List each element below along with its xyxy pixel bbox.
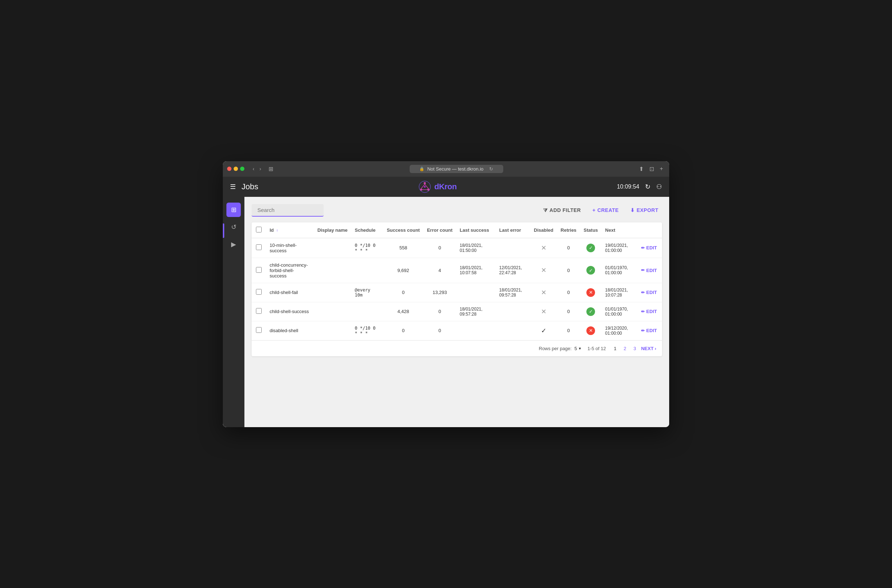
- job-status: ✕: [580, 283, 602, 302]
- row-1-checkbox[interactable]: [256, 267, 262, 273]
- refresh-button[interactable]: ↻: [645, 183, 650, 191]
- page-1-button[interactable]: 1: [611, 345, 619, 352]
- edit-button-child-concurrency-forbid-shell-success[interactable]: ✏EDIT: [640, 267, 658, 274]
- col-error-count[interactable]: Error count: [423, 222, 456, 238]
- page-2-button[interactable]: 2: [622, 345, 629, 352]
- forward-button[interactable]: ›: [258, 165, 263, 172]
- col-success-count[interactable]: Success count: [383, 222, 423, 238]
- jobs-table-container: Id ↑ Display name Schedule Success count: [252, 222, 662, 356]
- col-actions: [636, 222, 662, 238]
- next-chevron-icon: ›: [655, 346, 656, 351]
- job-last-success: 18/01/2021, 10:07:58: [456, 258, 496, 283]
- job-last-error: [496, 321, 530, 340]
- job-edit-cell: ✏EDIT: [636, 238, 662, 258]
- row-checkbox-cell: [252, 283, 266, 302]
- new-tab-button[interactable]: +: [658, 165, 665, 173]
- row-4-checkbox[interactable]: [256, 327, 262, 333]
- search-input[interactable]: [252, 204, 324, 217]
- main-content: ⧩ ADD FILTER + CREATE ⬇ EXPORT: [245, 197, 669, 427]
- select-all-checkbox[interactable]: [256, 227, 262, 232]
- job-last-error: 12/01/2021, 22:47:28: [496, 258, 530, 283]
- x-icon: ✕: [541, 289, 547, 296]
- job-retries: 0: [557, 302, 580, 321]
- col-disabled[interactable]: Disabled: [530, 222, 557, 238]
- job-retries: 0: [557, 283, 580, 302]
- table-row: child-concurrency-forbid-shell-success9,…: [252, 258, 662, 283]
- browser-navigation: ‹ ›: [251, 165, 263, 172]
- hamburger-button[interactable]: ☰: [230, 183, 236, 191]
- minimize-button[interactable]: [234, 166, 238, 171]
- job-disabled: ✓: [530, 321, 557, 340]
- pagination: Rows per page: 5 ▼ 1-5 of 12 1 2 3 NEXT: [252, 340, 662, 356]
- col-retries[interactable]: Retries: [557, 222, 580, 238]
- share-button[interactable]: ⬆: [637, 165, 646, 173]
- job-schedule: [351, 258, 383, 283]
- table-row: 10-min-shell-success0 */10 0 * * *558018…: [252, 238, 662, 258]
- job-schedule: @every 10m: [351, 283, 383, 302]
- job-last-error: [496, 302, 530, 321]
- sidebar-toggle-button[interactable]: ⊞: [266, 165, 275, 173]
- edit-button-disabled-shell[interactable]: ✏EDIT: [640, 327, 658, 334]
- sort-arrow-icon: ↑: [276, 228, 278, 232]
- url-text: Not Secure — test.dkron.io: [427, 166, 484, 172]
- next-page-button[interactable]: NEXT ›: [641, 346, 656, 351]
- job-display-name: [314, 238, 351, 258]
- col-id[interactable]: Id ↑: [266, 222, 314, 238]
- pencil-icon: ✏: [641, 290, 645, 295]
- table-header-row: Id ↑ Display name Schedule Success count: [252, 222, 662, 238]
- job-id: disabled-shell: [266, 321, 314, 340]
- url-display[interactable]: 🔒 Not Secure — test.dkron.io ↻: [410, 165, 503, 173]
- job-status: ✓: [580, 302, 602, 321]
- add-filter-button[interactable]: ⧩ ADD FILTER: [540, 205, 584, 216]
- job-last-success: 18/01/2021, 01:50:00: [456, 238, 496, 258]
- sidebar-item-dashboard[interactable]: ⊞: [227, 202, 241, 217]
- rows-per-page-label: Rows per page:: [539, 346, 572, 351]
- job-edit-cell: ✏EDIT: [636, 321, 662, 340]
- col-last-error[interactable]: Last error: [496, 222, 530, 238]
- app-body: ⊞ ↺ ▶ ⧩ ADD FILTER + CREATE: [223, 197, 669, 427]
- job-last-success: [456, 283, 496, 302]
- job-next: 01/01/1970, 01:00:00: [602, 258, 636, 283]
- job-error-count: 0: [423, 321, 456, 340]
- row-0-checkbox[interactable]: [256, 244, 262, 250]
- col-last-success[interactable]: Last success: [456, 222, 496, 238]
- download-icon: ⬇: [630, 207, 635, 213]
- page-info: 1-5 of 12: [587, 346, 606, 351]
- col-display-name[interactable]: Display name: [314, 222, 351, 238]
- create-label: CREATE: [597, 207, 619, 213]
- sidebar-item-executions[interactable]: ▶: [227, 237, 241, 252]
- back-button[interactable]: ‹: [251, 165, 256, 172]
- job-success-count: 558: [383, 238, 423, 258]
- job-last-success: [456, 321, 496, 340]
- history-icon: ↺: [231, 223, 236, 231]
- edit-button-child-shell-success[interactable]: ✏EDIT: [640, 308, 658, 315]
- job-id: child-concurrency-forbid-shell-success: [266, 258, 314, 283]
- close-button[interactable]: [227, 166, 231, 171]
- col-status[interactable]: Status: [580, 222, 602, 238]
- col-schedule[interactable]: Schedule: [351, 222, 383, 238]
- create-button[interactable]: + CREATE: [589, 205, 622, 215]
- table-row: child-shell-success4,428018/01/2021, 09:…: [252, 302, 662, 321]
- col-next[interactable]: Next: [602, 222, 636, 238]
- edit-button-10-min-shell-success[interactable]: ✏EDIT: [640, 244, 658, 251]
- new-window-button[interactable]: ⊡: [647, 165, 656, 173]
- job-display-name: [314, 258, 351, 283]
- maximize-button[interactable]: [240, 166, 245, 171]
- row-2-checkbox[interactable]: [256, 289, 262, 295]
- edit-button-child-shell-fail[interactable]: ✏EDIT: [640, 289, 658, 296]
- job-disabled: ✕: [530, 283, 557, 302]
- jobs-table: Id ↑ Display name Schedule Success count: [252, 222, 662, 340]
- sidebar-item-history[interactable]: ↺: [227, 220, 241, 234]
- table-row: disabled-shell0 */10 0 * * *00✓0✕19/12/2…: [252, 321, 662, 340]
- export-button[interactable]: ⬇ EXPORT: [627, 205, 662, 215]
- page-3-button[interactable]: 3: [631, 345, 638, 352]
- account-button[interactable]: ⚇: [656, 183, 662, 191]
- job-schedule: [351, 302, 383, 321]
- rows-per-page-select[interactable]: 5 ▼: [575, 346, 582, 351]
- row-3-checkbox[interactable]: [256, 308, 262, 314]
- status-success-icon: ✓: [586, 266, 595, 274]
- job-success-count: 9,692: [383, 258, 423, 283]
- job-last-error: [496, 238, 530, 258]
- reload-icon[interactable]: ↻: [489, 166, 493, 172]
- job-success-count: 0: [383, 283, 423, 302]
